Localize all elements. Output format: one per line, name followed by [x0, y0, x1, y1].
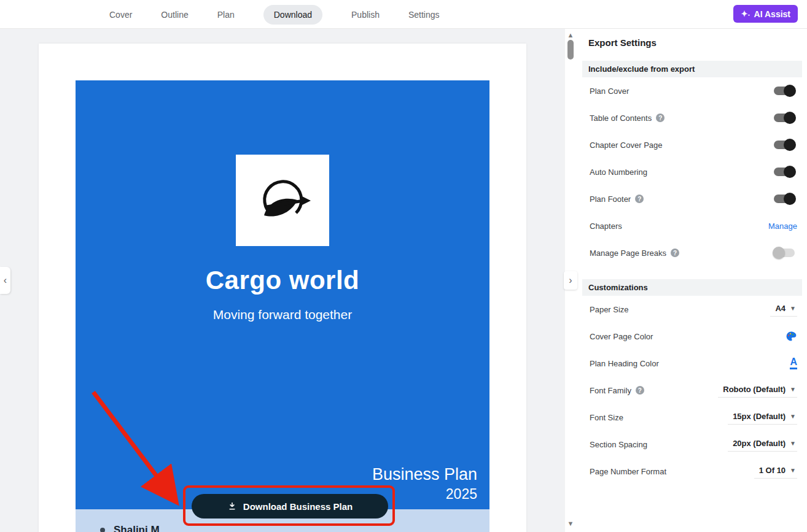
- chevron-down-icon: ▼: [790, 440, 796, 447]
- row-label: Plan Cover: [590, 87, 629, 96]
- chevron-down-icon: ▼: [790, 386, 796, 393]
- export-settings-panel: Export Settings Include/exclude from exp…: [576, 29, 807, 532]
- panel-title: Export Settings: [588, 37, 807, 48]
- section-spacing-dropdown[interactable]: 20px (Default) ▼: [728, 437, 797, 452]
- cover-footer-author: Shalini M: [114, 524, 160, 532]
- row-auto-numbering: Auto Numbering: [576, 158, 807, 185]
- row-font-size: Font Size 15px (Default) ▼: [576, 404, 807, 431]
- dropdown-value: 1 Of 10: [759, 466, 786, 475]
- row-chapters: Chapters Manage: [576, 212, 807, 239]
- row-label: Plan Footer: [590, 195, 631, 204]
- help-icon[interactable]: ?: [671, 249, 679, 257]
- cover-subtitle: Moving forward together: [76, 307, 489, 322]
- row-table-of-contents: Table of Contents ?: [576, 104, 807, 131]
- tab-publish[interactable]: Publish: [351, 10, 380, 20]
- row-label: Auto Numbering: [590, 168, 647, 177]
- chevron-down-icon: ▼: [790, 305, 796, 312]
- row-plan-cover: Plan Cover: [576, 77, 807, 104]
- chapter-cover-page-toggle[interactable]: [774, 141, 795, 149]
- row-label: Table of Contents: [590, 114, 652, 123]
- row-label: Section Spacing: [590, 440, 647, 449]
- main-area: Cargo world Moving forward together Busi…: [0, 29, 807, 532]
- panel-collapse-handle[interactable]: ›: [564, 271, 577, 290]
- plan-footer-toggle[interactable]: [774, 195, 795, 203]
- tab-download-active[interactable]: Download: [263, 5, 322, 25]
- text-color-icon[interactable]: A: [790, 357, 797, 369]
- help-icon[interactable]: ?: [635, 195, 644, 203]
- row-manage-page-breaks: Manage Page Breaks ?: [576, 239, 807, 266]
- help-icon[interactable]: ?: [636, 386, 644, 395]
- row-plan-heading-color: Plan Heading Color A: [576, 350, 807, 377]
- tab-plan[interactable]: Plan: [217, 10, 235, 20]
- row-section-spacing: Section Spacing 20px (Default) ▼: [576, 431, 807, 458]
- tab-settings[interactable]: Settings: [408, 10, 440, 20]
- tab-outline[interactable]: Outline: [161, 10, 188, 20]
- dropdown-value: 15px (Default): [733, 412, 786, 421]
- include-exclude-section-header: Include/exclude from export: [582, 61, 802, 77]
- chevron-down-icon: ▼: [790, 467, 796, 474]
- tab-cover[interactable]: Cover: [109, 10, 132, 20]
- help-icon[interactable]: ?: [656, 114, 665, 122]
- cover-doc-type: Business Plan: [372, 465, 477, 485]
- dropdown-value: 20px (Default): [733, 439, 786, 448]
- row-label: Plan Heading Color: [590, 359, 659, 368]
- page-number-format-dropdown[interactable]: 1 Of 10 ▼: [754, 464, 797, 479]
- manage-page-breaks-toggle[interactable]: [774, 249, 795, 257]
- nav-tabs: Cover Outline Plan Download Publish Sett…: [109, 0, 440, 29]
- palette-icon: [785, 330, 797, 342]
- plan-cover-toggle[interactable]: [774, 87, 795, 95]
- cover-title: Cargo world: [76, 266, 489, 295]
- font-family-dropdown[interactable]: Roboto (Default) ▼: [718, 383, 797, 398]
- scroll-up-arrow[interactable]: ▲: [565, 32, 576, 39]
- plan-preview-page: Cargo world Moving forward together Busi…: [39, 44, 526, 532]
- row-label: Page Number Format: [590, 467, 666, 476]
- plan-cover-preview: Cargo world Moving forward together Busi…: [76, 80, 489, 509]
- auto-numbering-toggle[interactable]: [774, 168, 795, 176]
- row-cover-page-color: Cover Page Color: [576, 323, 807, 350]
- download-business-plan-button[interactable]: Download Business Plan: [192, 494, 388, 519]
- scroll-down-arrow[interactable]: ▼: [565, 520, 576, 527]
- font-size-dropdown[interactable]: 15px (Default) ▼: [728, 410, 797, 425]
- cargo-world-logo-icon: [252, 170, 313, 231]
- chevron-down-icon: ▼: [790, 413, 796, 420]
- paper-size-dropdown[interactable]: A4 ▼: [770, 302, 797, 317]
- download-icon: [227, 501, 237, 511]
- scrollbar-thumb[interactable]: [567, 40, 574, 60]
- company-logo: [236, 155, 329, 246]
- row-label: Chapters: [590, 222, 622, 231]
- bullet-dot: [100, 528, 105, 532]
- row-label: Paper Size: [590, 305, 629, 314]
- cover-page-color-picker[interactable]: [785, 330, 797, 342]
- row-plan-footer: Plan Footer ?: [576, 185, 807, 212]
- download-button-label: Download Business Plan: [243, 501, 353, 512]
- dropdown-value: A4: [775, 304, 786, 313]
- customizations-section-header: Customizations: [582, 279, 802, 296]
- sparkle-icon: ✦˖: [741, 10, 750, 18]
- row-page-number-format: Page Number Format 1 Of 10 ▼: [576, 458, 807, 485]
- row-label: Chapter Cover Page: [590, 141, 663, 150]
- table-of-contents-toggle[interactable]: [774, 114, 795, 122]
- row-paper-size: Paper Size A4 ▼: [576, 296, 807, 323]
- cover-footer-item: Shalini M: [100, 524, 160, 532]
- row-label: Manage Page Breaks: [590, 249, 666, 258]
- row-label: Cover Page Color: [590, 332, 653, 341]
- ai-assist-label: AI Assist: [754, 9, 790, 19]
- cover-year: 2025: [372, 485, 477, 504]
- dropdown-value: Roboto (Default): [723, 385, 786, 394]
- row-chapter-cover-page: Chapter Cover Page: [576, 131, 807, 158]
- manage-chapters-link[interactable]: Manage: [768, 222, 797, 231]
- row-font-family: Font Family ? Roboto (Default) ▼: [576, 377, 807, 404]
- left-collapse-handle[interactable]: ‹: [0, 267, 10, 294]
- top-navigation: Cover Outline Plan Download Publish Sett…: [0, 0, 807, 29]
- row-label: Font Family: [590, 386, 631, 395]
- ai-assist-button[interactable]: ✦˖ AI Assist: [733, 5, 798, 23]
- row-label: Font Size: [590, 413, 623, 422]
- cover-meta: Business Plan 2025: [372, 465, 477, 504]
